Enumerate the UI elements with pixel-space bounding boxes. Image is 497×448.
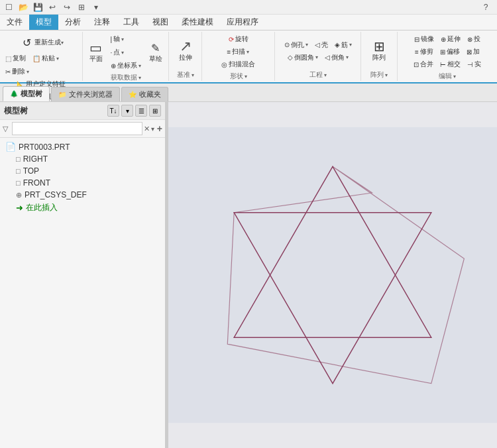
add-item-icon[interactable]: + [157, 123, 162, 134]
plane-icon-right: □ [16, 155, 21, 163]
tree-view-icon[interactable]: ☰ [135, 105, 147, 117]
new-icon[interactable]: ☐ [3, 1, 15, 13]
panel-header: 模型树 T↓ ▾ ☰ ⊞ [0, 102, 165, 120]
tree-item-front-label: FRONT [23, 178, 50, 188]
group-label-datum[interactable]: 基准▾ [177, 70, 194, 80]
btn-extend[interactable]: ⊕延伸 [438, 33, 463, 45]
menu-view[interactable]: 视图 [146, 15, 175, 30]
ribbon-group-array: ⊞ 阵列 阵列▾ [361, 32, 398, 81]
tree-item-root-label: PRT0003.PRT [19, 142, 70, 152]
group-label-getdata[interactable]: 获取数据▾ [111, 73, 141, 82]
btn-plane[interactable]: ▭ 平面 [86, 39, 106, 66]
tree-search-bar: ▽ ✕ ▾ + [0, 120, 165, 138]
menu-flexible[interactable]: 柔性建模 [175, 15, 220, 30]
btn-delete[interactable]: ✂删除▾ [3, 66, 32, 78]
btn-axis[interactable]: |轴▾ [108, 33, 144, 45]
main-area: 模型树 T↓ ▾ ☰ ⊞ ▽ ✕ ▾ + 📄 PRT0003.PRT □ [0, 102, 497, 448]
ribbon-group-operations: ↺ 重新生成 ▾ ⬚复制 📋粘贴▾ ✂删除▾ [0, 32, 83, 81]
group-label-array[interactable]: 阵列▾ [370, 70, 388, 80]
search-dropdown-icon[interactable]: ▾ [151, 125, 154, 133]
dropdown-icon[interactable]: ▾ [90, 1, 102, 13]
btn-merge[interactable]: ⊡合并 [411, 58, 436, 70]
btn-sweep[interactable]: ≡扫描▾ [225, 46, 252, 58]
menu-model[interactable]: 模型 [29, 15, 58, 30]
insert-icon: ➜ [16, 203, 23, 213]
menu-bar: 文件 模型 分析 注释 工具 视图 柔性建模 应用程序 [0, 15, 497, 30]
tree-settings-icon[interactable]: T↓ [107, 105, 119, 117]
btn-blend[interactable]: ◎扫描混合 [219, 58, 258, 70]
3d-canvas [168, 102, 497, 448]
btn-hole[interactable]: ⊙倒孔▾ [282, 39, 311, 51]
tab-model-tree[interactable]: 🌲 模型树 [3, 86, 50, 101]
btn-trim[interactable]: ≡修剪 [412, 46, 436, 58]
btn-sketch[interactable]: ✎ 草绘 [146, 39, 166, 66]
menu-file[interactable]: 文件 [0, 15, 29, 30]
ribbon-group-engineering: ⊙倒孔▾ ◁壳 ◈筋▾ ◇倒圆角▾ ◁倒角▾ 工程▾ [275, 32, 361, 81]
btn-add[interactable]: ⊠加 [464, 46, 482, 58]
tree-item-csys-label: PRT_CSYS_DEF [25, 190, 87, 199]
btn-mirror[interactable]: ⊟镜像 [412, 33, 437, 45]
quick-access-toolbar: ☐ 📂 💾 ↩ ↪ ⊞ ▾ ? [0, 0, 497, 15]
undo-icon[interactable]: ↩ [46, 1, 58, 13]
tree-options-icon[interactable]: ▾ [121, 105, 133, 117]
btn-round[interactable]: ◇倒圆角▾ [285, 52, 321, 64]
star-icon: ⭐ [129, 91, 137, 98]
ribbon-group-edit: ⊟镜像 ⊕延伸 ⊗投 ≡修剪 ⊞偏移 ⊠加 ⊡合并 ⊢相交 ⊣实 编辑▾ [398, 32, 497, 81]
tree-item-top-label: TOP [23, 166, 39, 176]
btn-solid[interactable]: ⊣实 [465, 58, 484, 70]
tree-search-input[interactable] [12, 122, 142, 135]
btn-copy[interactable]: ⬚复制 [3, 52, 28, 64]
btn-chamfer[interactable]: ◁倒角▾ [322, 52, 351, 64]
tree-item-root[interactable]: 📄 PRT0003.PRT [0, 140, 165, 153]
save-icon[interactable]: 💾 [32, 1, 44, 13]
svg-rect-0 [168, 127, 497, 423]
file-icon: 📄 [5, 142, 16, 152]
tree-item-right-label: RIGHT [23, 154, 48, 164]
help-icon[interactable]: ? [480, 1, 492, 13]
filter-icon[interactable]: ▽ [3, 125, 8, 133]
ribbon-group-getdata: ▭ 平面 |轴▾ ·点▾ ⊕坐标系▾ [83, 32, 169, 81]
tree-item-top[interactable]: □ TOP [0, 165, 165, 177]
btn-extrude[interactable]: ↗ 拉伸 [176, 38, 195, 64]
btn-offset[interactable]: ⊞偏移 [437, 46, 463, 58]
menu-applications[interactable]: 应用程序 [220, 15, 265, 30]
tree-icon: 🌲 [10, 90, 18, 97]
btn-intersect[interactable]: ⊢相交 [437, 58, 463, 70]
extra-icon[interactable]: ⊞ [76, 1, 87, 13]
group-label-engineering[interactable]: 工程▾ [309, 70, 327, 80]
redo-icon[interactable]: ↪ [61, 1, 73, 13]
tree-more-icon[interactable]: ⊞ [149, 105, 161, 117]
btn-coordsys[interactable]: ⊕坐标系▾ [108, 60, 144, 72]
btn-rib: ◈筋▾ [332, 39, 355, 51]
btn-regenerate[interactable]: ↺ 重新生成 ▾ [16, 33, 66, 52]
group-label-shape[interactable]: 形状▾ [230, 72, 247, 81]
clear-search-icon[interactable]: ✕ [144, 125, 150, 133]
csys-icon: ⊕ [16, 191, 22, 199]
panel-tabs-bar: 🌲 模型树 📁 文件夹浏览器 ⭐ 收藏夹 [0, 84, 497, 102]
ribbon-group-datum: ↗ 拉伸 基准▾ [169, 32, 202, 81]
viewport[interactable] [168, 102, 497, 448]
plane-icon-front: □ [16, 179, 21, 187]
tab-folder-browser[interactable]: 📁 文件夹浏览器 [51, 87, 120, 101]
group-label-edit[interactable]: 编辑▾ [439, 72, 456, 81]
btn-revolve[interactable]: ⟳旋转 [226, 33, 251, 45]
panel-title: 模型树 [4, 105, 28, 117]
tree-item-front[interactable]: □ FRONT [0, 177, 165, 189]
tree-container: 📄 PRT0003.PRT □ RIGHT □ TOP □ FRONT ⊕ PR… [0, 138, 165, 448]
tree-item-insert[interactable]: ➜ 在此插入 [0, 201, 165, 215]
open-icon[interactable]: 📂 [17, 1, 29, 13]
btn-pattern[interactable]: ⊞ 阵列 [369, 38, 389, 64]
tree-item-right[interactable]: □ RIGHT [0, 153, 165, 165]
plane-icon-top: □ [16, 167, 21, 175]
btn-paste[interactable]: 📋粘贴▾ [30, 52, 62, 64]
ribbon: ↺ 重新生成 ▾ ⬚复制 📋粘贴▾ ✂删除▾ [0, 30, 497, 84]
btn-point[interactable]: ·点▾ [108, 46, 144, 58]
menu-tools[interactable]: 工具 [117, 15, 146, 30]
left-panel: 模型树 T↓ ▾ ☰ ⊞ ▽ ✕ ▾ + 📄 PRT0003.PRT □ [0, 102, 166, 448]
tree-item-csys[interactable]: ⊕ PRT_CSYS_DEF [0, 189, 165, 201]
menu-analysis[interactable]: 分析 [58, 15, 87, 30]
menu-annotation[interactable]: 注释 [87, 15, 117, 30]
btn-project[interactable]: ⊗投 [465, 33, 483, 45]
tab-favorites[interactable]: ⭐ 收藏夹 [121, 87, 168, 101]
btn-shell[interactable]: ◁壳 [312, 39, 331, 51]
